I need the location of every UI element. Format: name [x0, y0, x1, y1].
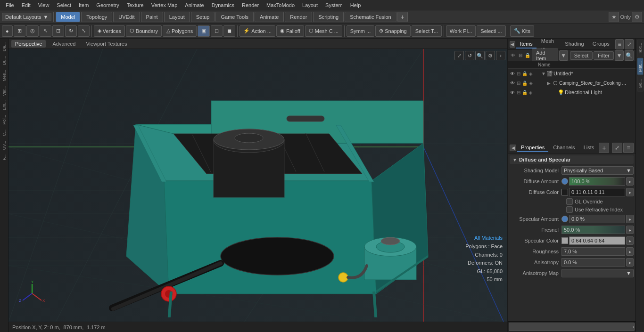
diffuse-amount-circle[interactable] — [561, 178, 568, 185]
left-label-du[interactable]: Du... — [1, 54, 7, 67]
more-viewport-button[interactable]: › — [496, 51, 505, 60]
toggle1-button[interactable]: ◻ — [211, 25, 223, 37]
select-tool-button[interactable]: Select T... — [412, 25, 442, 37]
tree-toggle-1[interactable]: ▼ — [541, 71, 546, 76]
add-item-dropdown[interactable]: ▼ — [559, 50, 568, 61]
menu-select[interactable]: Select — [53, 1, 75, 9]
layer-icon-2[interactable]: ⊟ — [516, 80, 521, 86]
arrow-button[interactable]: ↖ — [40, 25, 51, 37]
tree-item-light[interactable]: 👁 ⊟ 🔒 ◈ 💡 Directional Light — [508, 88, 636, 97]
left-label-mes[interactable]: Mes... — [1, 68, 7, 83]
mesh-button[interactable]: ⬡ Mesh C ... — [305, 25, 342, 37]
dot-button[interactable]: ● — [2, 25, 13, 37]
tree-item-stove[interactable]: 👁 ⊟ 🔒 ◈ ▶ ⬡ Camping_Stove_for_Cooking ..… — [508, 78, 636, 88]
diffuse-amount-field[interactable]: 100.0 % — [569, 177, 625, 186]
tab-setup[interactable]: Setup — [191, 12, 215, 22]
lock-icon-2[interactable]: 🔒 — [522, 80, 528, 86]
menu-animate[interactable]: Animate — [181, 1, 207, 9]
panel-settings-btn[interactable]: ≡ — [615, 39, 624, 49]
add-tab-button[interactable]: + — [397, 12, 408, 22]
left-label-f[interactable]: F... — [1, 153, 7, 162]
tab-game-tools[interactable]: Game Tools — [215, 12, 254, 22]
selection-button[interactable]: Selecti ... — [477, 25, 505, 37]
menu-maxtomodo[interactable]: MaxToModo — [263, 1, 298, 9]
anisotropy-field[interactable]: 0.0 % — [561, 258, 625, 267]
render-icon-1[interactable]: ◈ — [528, 71, 534, 76]
tab-scripting[interactable]: Scripting — [313, 12, 344, 22]
items-tab-items[interactable]: Items — [516, 40, 537, 49]
lasso-button[interactable]: ◎ — [26, 25, 39, 37]
items-tab-shading[interactable]: Shading — [561, 40, 587, 49]
tab-paint[interactable]: Paint — [141, 12, 163, 22]
layout-dropdown[interactable]: Default Layouts ▼ — [2, 13, 51, 21]
tab-render[interactable]: Render — [285, 12, 312, 22]
action-button[interactable]: ⚡ Action ... — [239, 25, 275, 37]
props-maximize-btn[interactable]: ⤢ — [612, 143, 622, 153]
panel-maximize-btn[interactable]: ⤢ — [625, 39, 634, 49]
anisotropy-map-dropdown[interactable]: ▼ — [561, 269, 634, 277]
tab-layout[interactable]: Layout — [164, 12, 190, 22]
tab-topology[interactable]: Topology — [81, 12, 112, 22]
filter-dropdown[interactable]: ▼ — [615, 50, 624, 61]
menu-render[interactable]: Render — [238, 1, 263, 9]
specular-amount-circle[interactable] — [561, 216, 568, 222]
specular-amount-field[interactable]: 0.0 % — [569, 215, 625, 223]
props-tab-lists[interactable]: Lists — [580, 144, 598, 152]
tab-model[interactable]: Model — [56, 12, 80, 22]
menu-view[interactable]: View — [34, 1, 53, 9]
left-label-ver[interactable]: Ver... — [1, 84, 7, 98]
left-label-em[interactable]: Em... — [1, 98, 7, 112]
tab-schematic-fusion[interactable]: Schematic Fusion — [345, 12, 396, 22]
go-tab-btn[interactable]: Go... — [637, 76, 644, 92]
workplane-button[interactable]: Work Pl... — [446, 25, 476, 37]
anisotropy-btn[interactable]: ▸ — [626, 258, 634, 267]
text-tab-btn[interactable]: Text... — [637, 40, 644, 57]
tab-uvedit[interactable]: UVEdit — [113, 12, 140, 22]
diffuse-color-field[interactable]: 0.11 0.11 0.11 — [569, 188, 625, 196]
scale-button[interactable]: ⤡ — [78, 25, 90, 37]
panel-collapse-btn[interactable]: ◀ — [510, 41, 515, 48]
filter-button[interactable]: Filter — [594, 51, 613, 60]
left-label-de[interactable]: De... — [1, 40, 7, 53]
diffuse-amount-inc-btn[interactable]: ▸ — [626, 177, 634, 186]
falloff-button[interactable]: ◉ Falloff — [276, 25, 304, 37]
maximize-viewport-button[interactable]: ⤢ — [454, 51, 464, 60]
menu-item[interactable]: Item — [75, 1, 92, 9]
select-button[interactable]: Select — [570, 51, 593, 60]
viewport-tab-advanced[interactable]: Advanced — [49, 40, 79, 48]
roughness-btn[interactable]: ▸ — [626, 247, 634, 256]
fresnel-btn[interactable]: ▸ — [626, 226, 634, 234]
polygons-button[interactable]: △ Polygons — [163, 25, 197, 37]
select-mode-button[interactable]: ▣ — [198, 25, 210, 37]
shading-model-dropdown[interactable]: Physically Based ▼ — [561, 166, 634, 175]
add-prop-tab-button[interactable]: + — [599, 143, 609, 153]
props-expand-btn[interactable]: › — [509, 323, 635, 331]
menu-dynamics[interactable]: Dynamics — [208, 1, 238, 9]
lock-icon-3[interactable]: 🔒 — [522, 89, 528, 95]
tree-toggle-2[interactable]: ▶ — [547, 81, 552, 86]
mat-tab-btn[interactable]: Mat... — [637, 58, 644, 75]
items-tab-groups[interactable]: Groups — [589, 40, 613, 49]
search-viewport-button[interactable]: 🔍 — [475, 51, 485, 60]
diffuse-color-swatch[interactable] — [561, 189, 568, 195]
settings-icon[interactable]: ⚙ — [632, 12, 642, 22]
viewport-tab-perspective[interactable]: Perspective — [11, 40, 46, 48]
props-tab-channels[interactable]: Channels — [549, 144, 578, 152]
symmetry-button[interactable]: Symm ... — [347, 25, 374, 37]
menu-geometry[interactable]: Geometry — [92, 1, 123, 9]
viewport-tab-textures[interactable]: Viewport Textures — [82, 40, 131, 48]
props-settings-btn[interactable]: ≡ — [623, 143, 634, 153]
add-item-button[interactable]: Add Item — [532, 49, 558, 63]
grid-button[interactable]: ⊞ — [14, 25, 25, 37]
lock-icon-1[interactable]: 🔒 — [522, 71, 528, 76]
toggle2-button[interactable]: ◼ — [223, 25, 235, 37]
render-icon-3[interactable]: ◈ — [528, 89, 534, 95]
menu-texture[interactable]: Texture — [123, 1, 148, 9]
rotate-button[interactable]: ↻ — [65, 25, 77, 37]
menu-vertex-map[interactable]: Vertex Map — [148, 1, 182, 9]
snapping-button[interactable]: ⊕ Snapping — [375, 25, 411, 37]
diffuse-color-btn[interactable]: ▸ — [626, 188, 634, 196]
menu-edit[interactable]: Edit — [18, 1, 34, 9]
boundary-button[interactable]: ⬡ Boundary — [126, 25, 162, 37]
eye-icon-2[interactable]: 👁 — [510, 80, 515, 86]
